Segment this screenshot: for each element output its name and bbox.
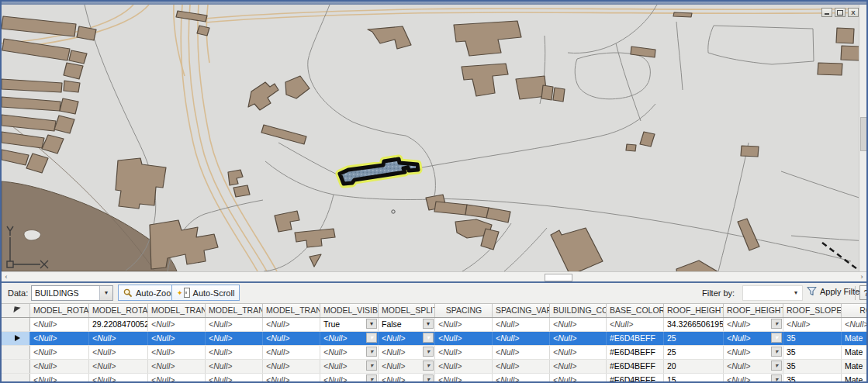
table-cell[interactable]: <Null> bbox=[550, 346, 607, 359]
column-header[interactable]: SPACING bbox=[435, 304, 493, 317]
table-cell[interactable]: <Null> bbox=[493, 346, 550, 359]
row-selector[interactable] bbox=[2, 332, 30, 345]
table-cell[interactable]: 15 bbox=[664, 374, 724, 383]
column-header[interactable]: BUILDING_COMP bbox=[550, 304, 607, 317]
table-cell[interactable]: <Null> bbox=[30, 346, 89, 359]
table-cell[interactable]: 29.22084700525... bbox=[89, 318, 148, 331]
table-cell[interactable]: <Null>▾ bbox=[379, 346, 435, 359]
column-header[interactable]: MODEL_ROTATE_ bbox=[30, 304, 89, 317]
table-row[interactable]: <Null>29.22084700525...<Null><Null><Null… bbox=[2, 318, 866, 332]
column-header[interactable]: MODEL_TRANSL bbox=[148, 304, 206, 317]
table-cell[interactable]: 35 bbox=[783, 360, 842, 373]
column-header[interactable]: ROOF_HEIGHT_A bbox=[724, 304, 783, 317]
table-cell[interactable]: <Null> bbox=[263, 360, 320, 373]
table-cell[interactable]: <Null>▾ bbox=[724, 318, 783, 331]
table-cell[interactable]: <Null> bbox=[435, 318, 493, 331]
minimize-button[interactable] bbox=[821, 8, 832, 17]
table-cell[interactable]: <Null> bbox=[607, 318, 664, 331]
table-cell[interactable]: <Null> bbox=[148, 374, 206, 383]
table-cell[interactable]: 20 bbox=[664, 360, 724, 373]
table-cell[interactable]: <Null> bbox=[493, 360, 550, 373]
table-cell[interactable]: <Null> bbox=[783, 318, 842, 331]
table-cell[interactable]: #E6D4BEFF bbox=[607, 374, 664, 383]
table-cell[interactable]: <Null> bbox=[30, 318, 89, 331]
close-button[interactable]: X bbox=[848, 8, 859, 17]
table-cell[interactable]: <Null> bbox=[435, 360, 493, 373]
column-header[interactable]: MODEL_ROTATE_ bbox=[89, 304, 148, 317]
vertical-scroll-thumb[interactable] bbox=[860, 117, 866, 151]
table-row[interactable]: <Null><Null><Null><Null><Null><Null>▾<Nu… bbox=[2, 332, 866, 346]
table-cell[interactable]: <Null> bbox=[550, 360, 607, 373]
chevron-down-icon[interactable]: ▾ bbox=[790, 286, 802, 300]
table-cell[interactable]: Mate bbox=[842, 346, 866, 359]
cell-dropdown-button[interactable]: ▾ bbox=[423, 374, 434, 383]
auto-scroll-button[interactable]: ✦ Auto-Scroll bbox=[171, 285, 240, 301]
map-viewport[interactable]: X bbox=[2, 5, 866, 271]
cell-dropdown-button[interactable]: ▾ bbox=[423, 333, 434, 343]
column-header[interactable]: ROOF_SLOPE bbox=[783, 304, 842, 317]
table-cell[interactable]: <Null> bbox=[148, 360, 206, 373]
table-cell[interactable]: 35 bbox=[783, 374, 842, 383]
table-cell[interactable]: Mate bbox=[842, 374, 866, 383]
cell-dropdown-button[interactable]: ▾ bbox=[771, 347, 782, 357]
table-cell[interactable]: 25 bbox=[664, 346, 724, 359]
table-cell[interactable]: <Null> bbox=[493, 332, 550, 345]
table-cell[interactable]: <Null> bbox=[493, 318, 550, 331]
table-cell[interactable]: <Null> bbox=[206, 318, 263, 331]
column-header[interactable]: BASE_COLOR bbox=[607, 304, 664, 317]
cell-dropdown-button[interactable]: ▾ bbox=[366, 361, 377, 371]
table-cell[interactable]: <Null>▾ bbox=[320, 332, 379, 345]
table-cell[interactable]: Mate bbox=[842, 332, 866, 345]
table-cell[interactable]: <Null>▾ bbox=[379, 374, 435, 383]
table-cell[interactable]: True▾ bbox=[320, 318, 379, 331]
table-row[interactable]: <Null><Null><Null><Null><Null><Null>▾<Nu… bbox=[2, 374, 866, 383]
column-header[interactable]: ROOF_HEIGHT bbox=[664, 304, 724, 317]
column-header[interactable]: MODEL_SPLIT bbox=[379, 304, 435, 317]
cell-dropdown-button[interactable]: ▾ bbox=[423, 319, 434, 329]
table-cell[interactable]: <Null> bbox=[493, 374, 550, 383]
cell-dropdown-button[interactable]: ▾ bbox=[366, 347, 377, 357]
table-cell[interactable]: <Null> bbox=[550, 318, 607, 331]
table-cell[interactable]: <Null> bbox=[89, 374, 148, 383]
help-button[interactable]: ? bbox=[859, 285, 866, 300]
table-cell[interactable]: <Null> bbox=[148, 346, 206, 359]
cell-dropdown-button[interactable]: ▾ bbox=[771, 361, 782, 371]
row-selector[interactable] bbox=[2, 360, 30, 373]
table-cell[interactable]: <Null> bbox=[206, 374, 263, 383]
cell-dropdown-button[interactable]: ▾ bbox=[366, 333, 377, 343]
row-selector-header[interactable] bbox=[2, 304, 30, 317]
row-selector[interactable] bbox=[2, 346, 30, 359]
table-cell[interactable]: <Null> bbox=[263, 346, 320, 359]
cell-dropdown-button[interactable]: ▾ bbox=[771, 374, 782, 383]
table-cell[interactable]: <Null> bbox=[435, 332, 493, 345]
table-cell[interactable]: <Null> bbox=[30, 332, 89, 345]
table-row[interactable]: <Null><Null><Null><Null><Null><Null>▾<Nu… bbox=[2, 360, 866, 374]
row-selector[interactable] bbox=[2, 374, 30, 383]
table-cell[interactable]: <Null>▾ bbox=[320, 374, 379, 383]
filter-combobox[interactable]: ▾ bbox=[742, 285, 803, 301]
scroll-left-arrow-icon[interactable]: ‹ bbox=[2, 272, 11, 281]
restore-button[interactable] bbox=[835, 8, 846, 17]
table-cell[interactable]: <Null>▾ bbox=[724, 374, 783, 383]
table-cell[interactable]: <Null> bbox=[435, 346, 493, 359]
table-cell[interactable]: <Null>▾ bbox=[379, 332, 435, 345]
table-cell[interactable]: <Null> bbox=[550, 332, 607, 345]
table-cell[interactable]: <Null> bbox=[263, 318, 320, 331]
scroll-right-arrow-icon[interactable]: › bbox=[857, 272, 866, 281]
cell-dropdown-button[interactable]: ▾ bbox=[423, 347, 434, 357]
table-cell[interactable]: <Null>▾ bbox=[724, 360, 783, 373]
table-cell[interactable]: #E6D4BEFF bbox=[607, 360, 664, 373]
table-cell[interactable]: <Null> bbox=[263, 374, 320, 383]
table-cell[interactable]: <Null> bbox=[206, 332, 263, 345]
table-cell[interactable]: <Null>▾ bbox=[320, 346, 379, 359]
table-cell[interactable]: <Null>▾ bbox=[724, 332, 783, 345]
map-canvas[interactable] bbox=[2, 5, 866, 271]
column-header[interactable]: MODEL_VISIBLE bbox=[320, 304, 379, 317]
table-cell[interactable]: <Null> bbox=[89, 346, 148, 359]
table-row[interactable]: <Null><Null><Null><Null><Null><Null>▾<Nu… bbox=[2, 346, 866, 360]
table-cell[interactable]: <Null> bbox=[206, 360, 263, 373]
table-cell[interactable]: Mate bbox=[842, 360, 866, 373]
table-cell[interactable]: <Null> bbox=[206, 346, 263, 359]
cell-dropdown-button[interactable]: ▾ bbox=[771, 319, 782, 329]
map-vertical-scrollbar[interactable] bbox=[859, 5, 866, 271]
